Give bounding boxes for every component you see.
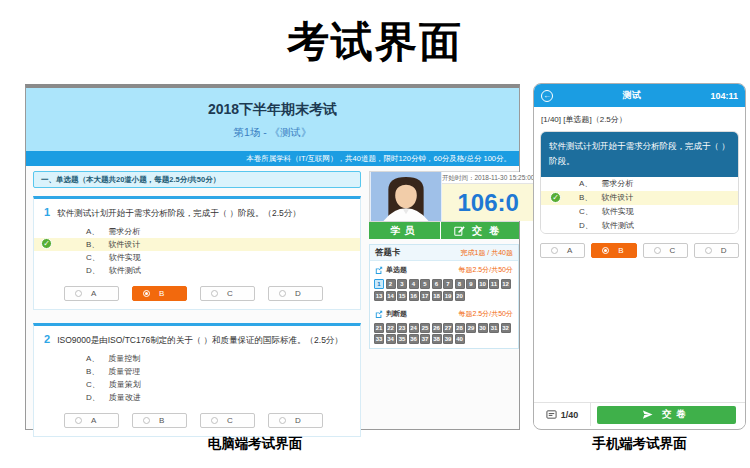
- answer-card-cell-29[interactable]: 29: [466, 323, 476, 333]
- answer-button-d[interactable]: D: [268, 286, 323, 301]
- answer-card-title: 答题卡: [375, 247, 401, 259]
- question-2-text: ISO9000是由ISO/TC176制定的关于（ ）和质量保证的国际标准。（2.…: [57, 335, 343, 345]
- answer-card-cell-37[interactable]: 37: [420, 334, 430, 344]
- radio-icon: [75, 417, 82, 424]
- option-text: 软件设计: [601, 193, 633, 202]
- answer-card-cell-31[interactable]: 31: [489, 323, 499, 333]
- timer-block: 开始时间：2018-11-30 15:25:00 106:0: [442, 172, 534, 221]
- answer-card-cell-36[interactable]: 36: [409, 334, 419, 344]
- answer-button-a[interactable]: A: [64, 413, 119, 428]
- question-2-option-d[interactable]: D、质量改进: [34, 391, 360, 404]
- answer-card-cell-9[interactable]: 9: [466, 279, 476, 289]
- option-label: A、: [86, 354, 99, 363]
- answer-card-cell-3[interactable]: 3: [397, 279, 407, 289]
- option-text: 质量策划: [109, 380, 141, 389]
- answer-card-cell-22[interactable]: 22: [386, 323, 396, 333]
- answer-card-cell-32[interactable]: 32: [501, 323, 511, 333]
- answer-card-cell-1[interactable]: 1: [374, 279, 384, 289]
- option-text: 软件设计: [108, 240, 140, 249]
- mobile-submit-button[interactable]: 交卷: [597, 406, 736, 424]
- answer-sheet-toggle[interactable]: 1/40: [534, 403, 591, 426]
- answer-card-cell-19[interactable]: 19: [443, 291, 453, 301]
- radio-icon: [279, 417, 286, 424]
- answer-card-cell-24[interactable]: 24: [409, 323, 419, 333]
- radio-icon: [143, 417, 150, 424]
- answer-card-cell-4[interactable]: 4: [409, 279, 419, 289]
- radio-icon: [143, 290, 150, 297]
- answer-card-cell-17[interactable]: 17: [420, 291, 430, 301]
- answer-card-cell-10[interactable]: 10: [478, 279, 488, 289]
- answer-button-b[interactable]: B: [591, 243, 636, 258]
- option-label: C、: [579, 207, 593, 216]
- answer-card-cell-5[interactable]: 5: [420, 279, 430, 289]
- question-2-option-c[interactable]: C、质量策划: [34, 378, 360, 391]
- question-1-option-d[interactable]: D、软件测试: [34, 264, 360, 277]
- caption-mobile: 手机端考试界面: [533, 435, 746, 453]
- option-label: B、: [86, 240, 99, 249]
- mobile-question-text: 软件测试计划开始于需求分析阶段，完成于（ ）阶段。: [541, 132, 738, 177]
- option-text: 需求分析: [601, 179, 633, 188]
- answer-card-cell-35[interactable]: 35: [397, 334, 407, 344]
- mobile-footer: 1/40 交卷: [534, 402, 745, 426]
- answer-card-cell-14[interactable]: 14: [386, 291, 396, 301]
- exam-title: 2018下半年期末考试: [26, 88, 519, 119]
- answer-card-cell-27[interactable]: 27: [443, 323, 453, 333]
- answer-card-cell-40[interactable]: 40: [455, 334, 465, 344]
- answer-card-cell-21[interactable]: 21: [374, 323, 384, 333]
- answer-card-cell-33[interactable]: 33: [374, 334, 384, 344]
- answer-button-c[interactable]: C: [200, 413, 255, 428]
- answer-button-d[interactable]: D: [268, 413, 323, 428]
- answer-button-b[interactable]: B: [132, 413, 187, 428]
- answer-card-cell-20[interactable]: 20: [455, 291, 465, 301]
- question-2-option-b[interactable]: B、质量管理: [34, 365, 360, 378]
- answer-card-cell-26[interactable]: 26: [432, 323, 442, 333]
- answer-card-cell-30[interactable]: 30: [478, 323, 488, 333]
- question-1-option-c[interactable]: C、软件实现: [34, 251, 360, 264]
- answer-card-cell-28[interactable]: 28: [455, 323, 465, 333]
- answer-card-cell-25[interactable]: 25: [420, 323, 430, 333]
- answer-button-a[interactable]: A: [64, 286, 119, 301]
- radio-icon: [211, 290, 218, 297]
- option-label: B、: [579, 193, 592, 202]
- answer-button-label: D: [295, 416, 301, 425]
- back-icon[interactable]: ←: [541, 90, 553, 102]
- answer-card-cell-16[interactable]: 16: [409, 291, 419, 301]
- answer-card-cell-11[interactable]: 11: [489, 279, 499, 289]
- answer-card-cell-12[interactable]: 12: [501, 279, 511, 289]
- student-profile: 开始时间：2018-11-30 15:25:00 106:0: [369, 171, 519, 222]
- answer-button-c[interactable]: C: [643, 243, 688, 258]
- answer-card-cell-15[interactable]: 15: [397, 291, 407, 301]
- answer-card-cell-23[interactable]: 23: [397, 323, 407, 333]
- question-2-option-a[interactable]: A、质量控制: [34, 352, 360, 365]
- answer-button-c[interactable]: C: [200, 286, 255, 301]
- page-title: 考试界面: [0, 14, 750, 70]
- answer-card-cell-8[interactable]: 8: [455, 279, 465, 289]
- check-icon: ✓: [550, 192, 561, 203]
- answer-button-d[interactable]: D: [694, 243, 739, 258]
- answer-button-label: D: [721, 246, 727, 255]
- answer-card-cell-39[interactable]: 39: [443, 334, 453, 344]
- submit-paper-button[interactable]: 交卷: [441, 222, 519, 239]
- question-1-option-a[interactable]: A、需求分析: [34, 225, 360, 238]
- question-1-answer-buttons: A B C D: [64, 286, 360, 301]
- mobile-option-a[interactable]: A、需求分析: [541, 177, 738, 191]
- answer-card-cell-18[interactable]: 18: [432, 291, 442, 301]
- mobile-option-b[interactable]: ✓ B、软件设计: [541, 191, 738, 205]
- question-2-line: 2ISO9000是由ISO/TC176制定的关于（ ）和质量保证的国际标准。（2…: [34, 326, 360, 352]
- answer-button-b[interactable]: B: [132, 286, 187, 301]
- answer-card-cell-7[interactable]: 7: [443, 279, 453, 289]
- option-text: 软件实现: [109, 253, 141, 262]
- answer-button-a[interactable]: A: [540, 243, 585, 258]
- answer-card-cell-34[interactable]: 34: [386, 334, 396, 344]
- question-1-number: 1: [44, 206, 50, 218]
- answer-card-cell-6[interactable]: 6: [432, 279, 442, 289]
- question-1-option-b[interactable]: ✓ B、软件设计: [34, 238, 360, 251]
- answer-card-cell-38[interactable]: 38: [432, 334, 442, 344]
- radio-icon: [211, 417, 218, 424]
- answer-card-section-single: 单选题 每题2.5分/共50分: [370, 261, 518, 277]
- mobile-option-c[interactable]: C、软件实现: [541, 205, 738, 219]
- question-card-2: 2ISO9000是由ISO/TC176制定的关于（ ）和质量保证的国际标准。（2…: [33, 323, 361, 437]
- mobile-option-d[interactable]: D、软件测试: [541, 219, 738, 233]
- answer-card-cell-13[interactable]: 13: [374, 291, 384, 301]
- answer-card-cell-2[interactable]: 2: [386, 279, 396, 289]
